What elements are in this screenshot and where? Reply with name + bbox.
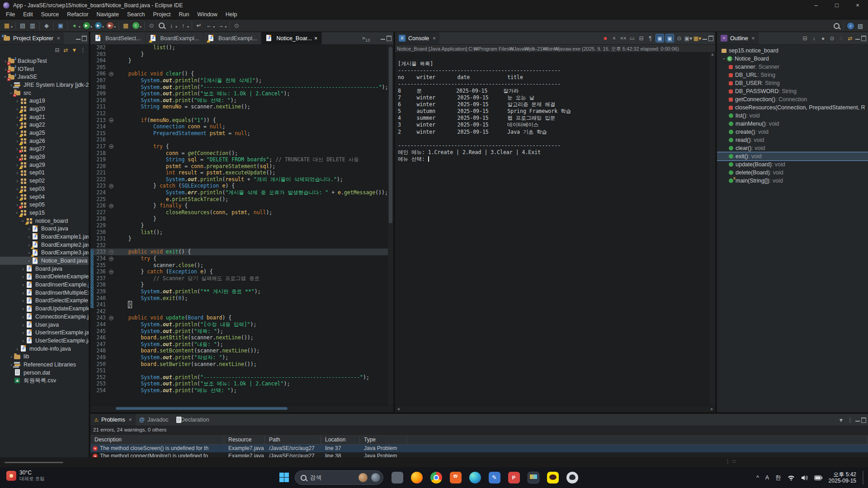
explorer-horizontal-scrollbar[interactable] bbox=[5, 462, 63, 463]
tree-item-sep04[interactable]: ›sep04 bbox=[0, 193, 89, 201]
editor-vertical-scrollbar[interactable] bbox=[388, 44, 393, 405]
outline-item-deleteBoard[interactable]: delete(Board) : void bbox=[717, 169, 868, 177]
back-icon[interactable]: ← bbox=[204, 21, 213, 30]
tree-item-boardexample3-java[interactable]: ›JBoardExample3.java bbox=[0, 249, 89, 257]
edge-icon[interactable] bbox=[468, 471, 481, 484]
run-icon[interactable]: ▶ bbox=[82, 21, 91, 30]
expander-icon[interactable]: › bbox=[9, 354, 14, 359]
ime-latin-indicator[interactable]: A bbox=[765, 474, 769, 481]
tree-item-boarddeleteexample-java[interactable]: ›JBoardDeleteExample.java bbox=[0, 273, 89, 281]
outline-item-clear[interactable]: clear() : void bbox=[717, 144, 868, 152]
tree-item-iotest[interactable]: ›J×IOTest bbox=[0, 65, 89, 73]
code-line-214[interactable]: 214 Connection conn = null; bbox=[90, 123, 393, 130]
code-line-202[interactable]: 202 list(); bbox=[90, 44, 393, 51]
tree-item-boardupdateexample-java[interactable]: ›JBoardUpdateExample.java bbox=[0, 305, 89, 313]
outline-item-scanner[interactable]: scanner : Scanner bbox=[717, 63, 868, 71]
outline-item-sep15notice_board[interactable]: sep15.notice_board bbox=[717, 47, 868, 55]
tree-item-notice-board-java[interactable]: ›JNotice_Board.java bbox=[0, 257, 89, 265]
tree-item-referenced-libraries[interactable]: ›Referenced Libraries bbox=[0, 361, 89, 369]
remove-launch-icon[interactable]: × bbox=[610, 34, 618, 42]
code-line-225[interactable]: 225 e.printStackTrace(); bbox=[90, 196, 393, 203]
column-header-location[interactable]: Location bbox=[321, 436, 360, 444]
show-desktop-button[interactable] bbox=[863, 471, 863, 484]
code-line-254[interactable]: 254 System.out.print("메뉴 선택: "); bbox=[90, 387, 393, 394]
code-line-226[interactable]: 226 } finally { bbox=[90, 202, 393, 209]
outline-item-DB_USER[interactable]: DB_USER : String bbox=[717, 79, 868, 87]
pin-editor-icon[interactable]: ⊙ bbox=[232, 21, 241, 30]
volume-icon[interactable] bbox=[801, 475, 808, 481]
tree-item-module-info-java[interactable]: ›Jmodule-info.java bbox=[0, 345, 89, 353]
close-console-icon[interactable]: × bbox=[433, 35, 436, 42]
code-line-249[interactable]: 249 System.out.print("작성자: "); bbox=[90, 354, 393, 361]
outline-item-mainMenu[interactable]: mainMenu() : void bbox=[717, 120, 868, 128]
code-line-212[interactable]: 212 bbox=[90, 110, 393, 117]
expander-icon[interactable]: › bbox=[26, 226, 32, 231]
tree-item-connectionexample-java[interactable]: ›JConnectionExample.java bbox=[0, 313, 89, 321]
outline-item-create[interactable]: create() : void bbox=[717, 128, 868, 136]
chrome-icon[interactable] bbox=[429, 471, 443, 484]
fold-marker-icon[interactable] bbox=[109, 72, 113, 76]
tree-item-boardexample2-java[interactable]: ›JBoardExample2.java bbox=[0, 241, 89, 249]
code-line-219[interactable]: 219 String sql = "DELETE FROM boards"; /… bbox=[90, 156, 393, 163]
code-line-228[interactable]: 228 } bbox=[90, 216, 393, 222]
tree-item-aug27[interactable]: ›×aug27 bbox=[0, 145, 89, 153]
outline-item-read[interactable]: read() : void bbox=[717, 136, 868, 144]
hide-static-icon[interactable]: ⊙ bbox=[828, 34, 836, 42]
window-icon[interactable] bbox=[391, 471, 404, 484]
code-line-206[interactable]: 206 public void clear() { bbox=[90, 70, 393, 77]
menu-file[interactable]: File bbox=[2, 10, 19, 19]
expander-icon[interactable]: › bbox=[9, 362, 14, 367]
taskbar-weather-widget[interactable]: 30°C 대체로 흐림 bbox=[6, 470, 44, 481]
tab-console[interactable]: ≣ Console × bbox=[395, 32, 439, 44]
code-line-222[interactable]: 222 System.out.println(result + "개의 게시물이… bbox=[90, 176, 393, 183]
search-toolbar-icon[interactable] bbox=[157, 21, 166, 30]
fold-marker-icon[interactable] bbox=[109, 144, 113, 149]
last-edit-location-icon[interactable]: ↵ bbox=[194, 21, 203, 30]
column-header-resource[interactable]: Resource bbox=[224, 436, 265, 444]
code-line-250[interactable]: 250 board.setBwriter(scanner.nextLine())… bbox=[90, 361, 393, 368]
show-stderr-icon[interactable]: ▣ bbox=[665, 34, 674, 42]
code-line-234[interactable]: 234 try { bbox=[90, 255, 393, 262]
build-all-icon[interactable]: ◆ bbox=[42, 21, 51, 30]
outline-item-DB_URL[interactable]: DB_URL : String bbox=[717, 71, 868, 79]
code-line-232[interactable]: 232 bbox=[90, 242, 393, 249]
editor-tab-2[interactable]: JBoardExampl... bbox=[203, 32, 261, 44]
expander-icon[interactable]: › bbox=[20, 314, 26, 319]
code-line-243[interactable]: 243 public void update(Board board) { bbox=[90, 314, 393, 321]
code-line-251[interactable]: 251 bbox=[90, 367, 393, 374]
display-console-icon[interactable]: ▣▾ bbox=[684, 34, 692, 42]
code-line-215[interactable]: 215 PreparedStatement pstmt = null; bbox=[90, 130, 393, 137]
code-line-204[interactable]: 204 } bbox=[90, 57, 393, 64]
maximize-button[interactable]: □ bbox=[826, 0, 847, 10]
tree-item-aug22[interactable]: ›aug22 bbox=[0, 121, 89, 129]
code-line-223[interactable]: 223 } catch (SQLException e) { bbox=[90, 183, 393, 189]
tab-outline[interactable]: ≡ Outline × bbox=[717, 32, 759, 44]
fold-marker-icon[interactable] bbox=[109, 118, 113, 122]
outline-item-list[interactable]: list() : void bbox=[717, 112, 868, 120]
tree-item-lib[interactable]: ›lib bbox=[0, 352, 89, 361]
code-line-227[interactable]: 227 closeResources(conn, pstmt, null); bbox=[90, 209, 393, 216]
problems-view-menu-icon[interactable]: ⋮ bbox=[846, 416, 854, 424]
code-line-203[interactable]: 203 } bbox=[90, 51, 393, 58]
outline-item-updateBoard[interactable]: update(Board) : void bbox=[717, 160, 868, 169]
tree-item-src[interactable]: ›×src bbox=[0, 89, 89, 97]
tree-item-sep01[interactable]: ›sep01 bbox=[0, 169, 89, 177]
annotation-prev-icon[interactable]: ↑ bbox=[179, 21, 188, 30]
tree-item-aug28[interactable]: ›×aug28 bbox=[0, 153, 89, 161]
expander-icon[interactable]: › bbox=[14, 170, 20, 175]
tree-item-jre-system-library-jdk-21-[interactable]: ›JRE System Library [jdk-21] bbox=[0, 81, 89, 89]
tray-chevron-icon[interactable]: ^ bbox=[756, 474, 759, 481]
console-prompt[interactable]: 메뉴 선택: bbox=[395, 156, 710, 163]
code-line-239[interactable]: 239 System.out.println("** 게시판 종료 **"); bbox=[90, 288, 393, 295]
tree-item-aug26[interactable]: ›aug26 bbox=[0, 137, 89, 145]
expander-icon[interactable]: › bbox=[20, 290, 26, 296]
code-line-238[interactable]: 238 } bbox=[90, 282, 393, 288]
minimize-editor-icon[interactable] bbox=[381, 36, 385, 40]
collapse-all-icon[interactable]: ⊟ bbox=[801, 34, 809, 42]
code-line-220[interactable]: 220 pstmt = conn.prepareStatement(sql); bbox=[90, 163, 393, 170]
remove-all-launches-icon[interactable]: ×× bbox=[619, 34, 627, 42]
maximize-outline-icon[interactable] bbox=[861, 36, 866, 41]
fold-marker-icon[interactable] bbox=[109, 250, 113, 254]
problem-row[interactable]: ×The method closeScreen() is undefined f… bbox=[90, 445, 868, 452]
menu-edit[interactable]: Edit bbox=[19, 10, 37, 19]
